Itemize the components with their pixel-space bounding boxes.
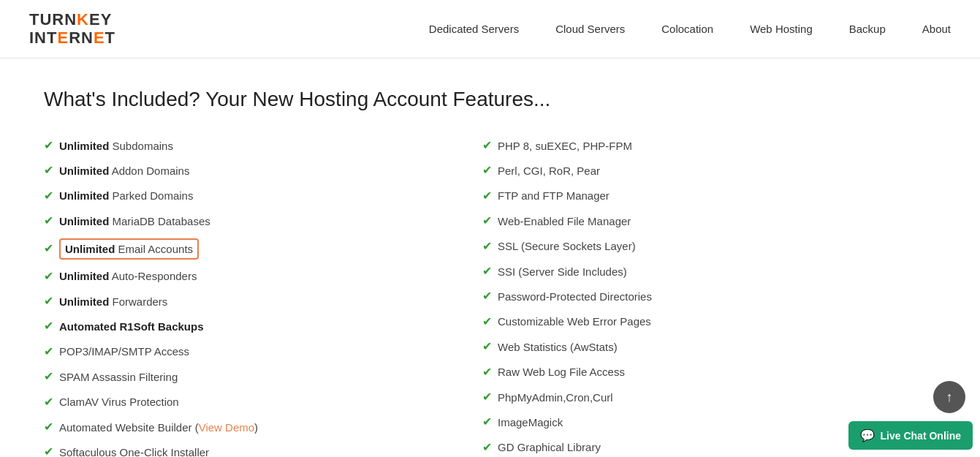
feature-softaculous: ✔ Softaculous One-Click Installer [44,439,482,457]
feature-automated-r1soft: ✔ Automated R1Soft Backups [44,314,482,339]
check-icon: ✔ [44,162,53,178]
check-icon: ✔ [44,318,53,334]
feature-raw-web-log: ✔ Raw Web Log File Access [482,360,921,385]
nav-web-hosting[interactable]: Web Hosting [750,23,813,35]
check-icon: ✔ [44,293,53,309]
check-icon: ✔ [482,188,492,204]
feature-spam-assassin: ✔ SPAM Assassin Filtering [44,364,482,389]
feature-unlimited-mariadb: ✔ Unlimited MariaDB Databases [44,208,482,233]
feature-ssi: ✔ SSI (Server Side Includes) [482,259,921,284]
check-icon: ✔ [482,314,492,330]
nav-about[interactable]: About [922,23,951,35]
feature-clamav: ✔ ClamAV Virus Protection [44,390,482,415]
live-chat-button[interactable]: 💬 Live Chat Online [848,421,973,450]
feature-password-protected: ✔ Password-Protected Directories [482,284,921,309]
chat-icon: 💬 [860,428,875,442]
check-icon: ✔ [482,339,492,355]
logo-internet: INT [29,29,57,47]
main-content: What's Included? Your New Hosting Accoun… [0,58,980,457]
feature-perl-cgi: ✔ Perl, CGI, RoR, Pear [482,158,921,183]
feature-website-builder: ✔ Automated Website Builder (View Demo) [44,415,482,439]
check-icon: ✔ [482,137,492,154]
nav-dedicated-servers[interactable]: Dedicated Servers [429,23,519,35]
nav-cloud-servers[interactable]: Cloud Servers [555,23,625,35]
check-icon: ✔ [482,414,492,430]
check-icon: ✔ [44,394,53,410]
feature-unlimited-email-accounts: ✔ Unlimited Email Accounts [44,234,482,264]
check-icon: ✔ [482,213,492,229]
feature-file-manager: ✔ Web-Enabled File Manager [482,208,921,233]
feature-php8: ✔ PHP 8, suEXEC, PHP-FPM [482,133,921,158]
feature-unlimited-autoresponders: ✔ Unlimited Auto-Responders [44,264,482,289]
check-icon: ✔ [482,389,492,405]
navbar: TURNKEY INTERNET Dedicated Servers Cloud… [0,0,980,58]
feature-pop3-imap: ✔ POP3/IMAP/SMTP Access [44,339,482,364]
check-icon: ✔ [482,439,492,456]
nav-colocation[interactable]: Colocation [661,23,713,35]
feature-ssl: ✔ SSL (Secure Sockets Layer) [482,234,921,259]
nav-backup[interactable]: Backup [849,23,886,35]
check-icon: ✔ [44,444,53,457]
check-icon: ✔ [482,263,492,279]
feature-phpmyadmin: ✔ PhpMyAdmin,Cron,Curl [482,385,921,409]
feature-unlimited-subdomains: ✔ Unlimited Subdomains [44,133,482,158]
check-icon: ✔ [44,369,53,385]
live-chat-label: Live Chat Online [881,430,961,442]
check-icon: ✔ [44,344,53,360]
check-icon: ✔ [44,137,53,154]
logo-key: K [77,10,89,29]
features-left: ✔ Unlimited Subdomains ✔ Unlimited Addon… [44,133,482,457]
feature-unlimited-forwarders: ✔ Unlimited Forwarders [44,289,482,314]
feature-unlimited-addon-domains: ✔ Unlimited Addon Domains [44,158,482,183]
features-right: ✔ PHP 8, suEXEC, PHP-FPM ✔ Perl, CGI, Ro… [482,133,921,457]
check-icon: ✔ [44,241,53,257]
scroll-to-top-button[interactable]: ↑ [933,381,965,413]
feature-unlimited-parked-domains: ✔ Unlimited Parked Domains [44,184,482,208]
page-title: What's Included? Your New Hosting Accoun… [44,88,936,111]
check-icon: ✔ [44,188,53,204]
check-icon: ✔ [44,268,53,284]
check-icon: ✔ [44,213,53,229]
features-grid: ✔ Unlimited Subdomains ✔ Unlimited Addon… [44,133,921,457]
feature-custom-error: ✔ Customizable Web Error Pages [482,309,921,334]
check-icon: ✔ [44,419,53,435]
check-icon: ✔ [482,162,492,178]
logo-turn: TURN [29,10,77,29]
check-icon: ✔ [482,364,492,380]
email-accounts-highlight: Unlimited Email Accounts [59,238,199,260]
check-icon: ✔ [482,288,492,304]
logo[interactable]: TURNKEY INTERNET [29,11,115,46]
view-demo-link[interactable]: View Demo [199,421,254,434]
check-icon: ✔ [482,238,492,254]
feature-ftp: ✔ FTP and FTP Manager [482,184,921,208]
nav-links: Dedicated Servers Cloud Servers Colocati… [429,23,951,35]
feature-web-statistics: ✔ Web Statistics (AwStats) [482,334,921,359]
